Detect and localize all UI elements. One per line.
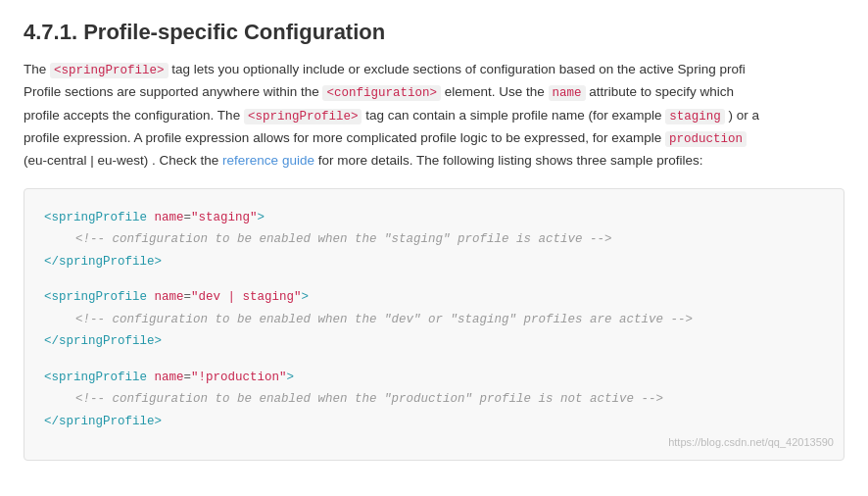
code-block: <springProfile name="staging"> <!-- conf…: [24, 188, 844, 462]
code-block3-comment: <!-- configuration to be enabled when th…: [44, 388, 824, 411]
prose-line5-post: for more details. The following listing …: [314, 153, 703, 168]
code-block1-close: </springProfile>: [44, 251, 824, 273]
code-block1-comment: <!-- configuration to be enabled when th…: [44, 228, 824, 251]
code-section-3: <springProfile name="!production"> <!-- …: [44, 367, 824, 433]
configuration-tag: <configuration>: [322, 85, 441, 101]
prose-line1-pre: The: [24, 62, 50, 76]
page-title: 4.7.1. Profile-specific Configuration: [24, 20, 844, 45]
reference-guide-link[interactable]: reference guide: [222, 153, 314, 168]
prose-line4-pre: profile expression. A profile expression…: [24, 130, 665, 145]
code-section-1: <springProfile name="staging"> <!-- conf…: [44, 207, 824, 273]
code-block2-close: </springProfile>: [44, 330, 824, 353]
prose-line5: (eu-central | eu-west) . Check the: [24, 153, 222, 168]
production-value: production: [665, 131, 747, 147]
code-block3-open: <springProfile name="!production">: [44, 367, 824, 389]
prose-line1-post: tag lets you optionally include or exclu…: [169, 62, 746, 76]
prose-line2-post: attribute to specify which: [586, 84, 735, 99]
code-block3-close: </springProfile>: [44, 411, 824, 433]
code-section-2: <springProfile name="dev | staging"> <!-…: [44, 286, 824, 353]
prose-line3-post: ) or a: [725, 108, 759, 123]
prose-line3-pre: profile accepts the configuration. The: [24, 108, 244, 123]
name-attr: name: [549, 85, 586, 101]
spring-profile-tag-1: <springProfile>: [50, 63, 169, 78]
prose-line2-pre: Profile sections are supported anywhere …: [24, 84, 322, 99]
prose-line3-mid: tag can contain a simple profile name (f…: [362, 108, 665, 123]
watermark: https://blog.csdn.net/qq_42013590: [668, 433, 834, 453]
code-block2-open: <springProfile name="dev | staging">: [44, 286, 824, 309]
prose-line2-mid: element. Use the: [441, 84, 549, 99]
staging-value: staging: [665, 109, 725, 124]
prose-paragraph: The <springProfile> tag lets you optiona…: [24, 59, 844, 173]
code-block1-open: <springProfile name="staging">: [44, 207, 824, 229]
code-block2-comment: <!-- configuration to be enabled when th…: [44, 309, 824, 331]
spring-profile-tag-2: <springProfile>: [244, 109, 362, 124]
